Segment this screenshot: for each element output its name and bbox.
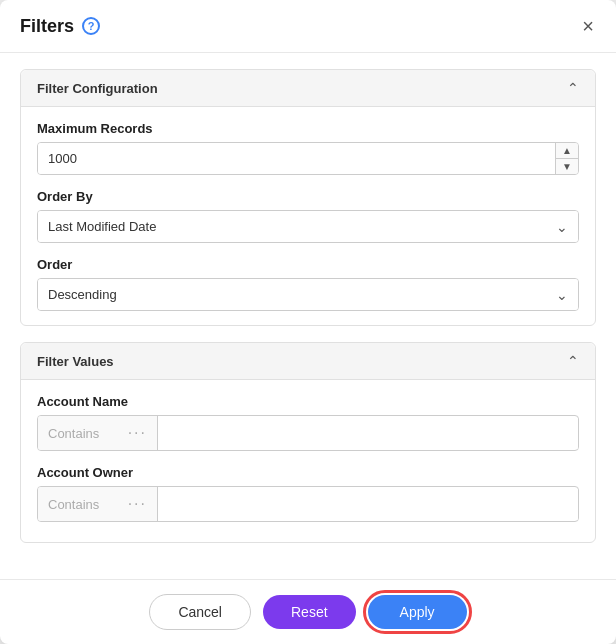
account-name-filter-row: Contains ··· (37, 415, 579, 451)
modal-body: Filter Configuration ⌃ Maximum Records ▲… (0, 53, 616, 579)
chevron-up-icon: ⌃ (567, 80, 579, 96)
account-owner-field: Account Owner Contains ··· (37, 465, 579, 522)
modal-title-area: Filters ? (20, 16, 100, 37)
order-by-select-wrapper: Last Modified Date Created Date Account … (37, 210, 579, 243)
order-by-label: Order By (37, 189, 579, 204)
account-owner-label: Account Owner (37, 465, 579, 480)
order-select-wrapper: Descending Ascending ⌄ (37, 278, 579, 311)
filter-configuration-header[interactable]: Filter Configuration ⌃ (21, 70, 595, 107)
spinner-down-button[interactable]: ▼ (556, 159, 578, 174)
reset-button[interactable]: Reset (263, 595, 356, 629)
account-name-field: Account Name Contains ··· (37, 394, 579, 451)
account-name-dropdown-dots: ··· (128, 424, 147, 442)
account-name-label: Account Name (37, 394, 579, 409)
filter-values-content: Account Name Contains ··· Account Owner (21, 380, 595, 542)
account-owner-value-input[interactable] (158, 489, 578, 520)
cancel-button[interactable]: Cancel (149, 594, 251, 630)
account-name-value-input[interactable] (158, 418, 578, 449)
order-by-select[interactable]: Last Modified Date Created Date Account … (38, 211, 578, 242)
max-records-input[interactable] (38, 143, 555, 174)
account-name-filter-type-text: Contains (48, 426, 99, 441)
account-name-filter-type-dropdown[interactable]: Contains ··· (38, 416, 158, 450)
modal-footer: Cancel Reset Apply (0, 579, 616, 644)
modal-title: Filters (20, 16, 74, 37)
spinner-buttons: ▲ ▼ (555, 143, 578, 174)
filter-configuration-content: Maximum Records ▲ ▼ Order By (21, 107, 595, 325)
filter-values-header[interactable]: Filter Values ⌃ (21, 343, 595, 380)
modal-header: Filters ? × (0, 0, 616, 53)
spinner-up-button[interactable]: ▲ (556, 143, 578, 159)
filter-configuration-section: Filter Configuration ⌃ Maximum Records ▲… (20, 69, 596, 326)
max-records-input-wrapper: ▲ ▼ (37, 142, 579, 175)
order-by-field: Order By Last Modified Date Created Date… (37, 189, 579, 243)
max-records-label: Maximum Records (37, 121, 579, 136)
max-records-field: Maximum Records ▲ ▼ (37, 121, 579, 175)
order-label: Order (37, 257, 579, 272)
account-owner-filter-type-text: Contains (48, 497, 99, 512)
close-button[interactable]: × (580, 14, 596, 38)
filter-configuration-title: Filter Configuration (37, 81, 158, 96)
filter-values-section: Filter Values ⌃ Account Name Contains ··… (20, 342, 596, 543)
apply-button[interactable]: Apply (368, 595, 467, 629)
order-select[interactable]: Descending Ascending (38, 279, 578, 310)
account-owner-filter-type-dropdown[interactable]: Contains ··· (38, 487, 158, 521)
order-field: Order Descending Ascending ⌄ (37, 257, 579, 311)
filter-values-title: Filter Values (37, 354, 114, 369)
account-owner-filter-row: Contains ··· (37, 486, 579, 522)
modal-overlay: Filters ? × Filter Configuration ⌃ (0, 0, 616, 644)
filter-values-chevron-up-icon: ⌃ (567, 353, 579, 369)
help-icon[interactable]: ? (82, 17, 100, 35)
filters-modal: Filters ? × Filter Configuration ⌃ (0, 0, 616, 644)
account-owner-dropdown-dots: ··· (128, 495, 147, 513)
